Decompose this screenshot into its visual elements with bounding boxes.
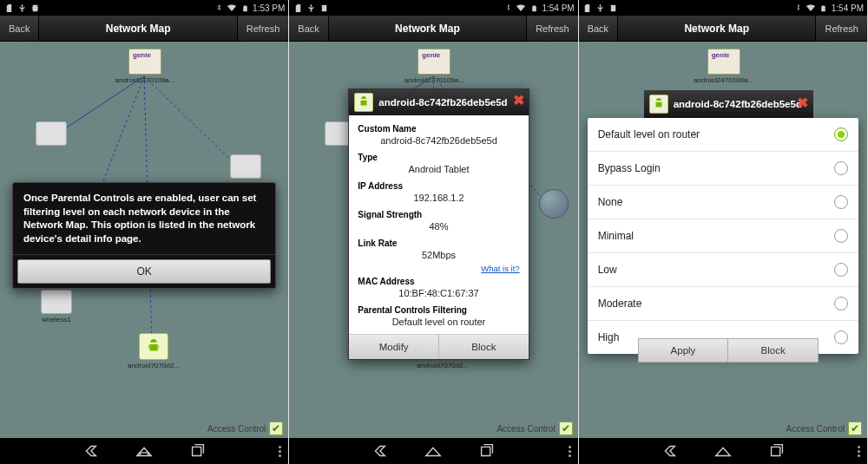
wifi-icon — [806, 2, 816, 14]
clock-text: 1:54 PM — [542, 3, 574, 13]
battery-icon — [240, 2, 250, 14]
header-title: Network Map — [329, 23, 526, 35]
access-control-label: Access Control — [786, 424, 845, 434]
label-linkrate: Link Rate — [358, 239, 519, 248]
app-header: Back Network Map Refresh — [289, 16, 577, 42]
nav-back-icon[interactable] — [80, 441, 101, 461]
device-tablet[interactable]: android7070d2... — [135, 333, 172, 369]
filter-option[interactable]: Minimal — [588, 219, 858, 253]
device-label: android7070d2... — [412, 362, 473, 369]
filter-option-label: Minimal — [598, 230, 634, 242]
system-navbar — [289, 438, 577, 464]
access-control-toggle[interactable]: Access Control ✔ — [496, 422, 572, 435]
ok-button[interactable]: OK — [17, 259, 271, 284]
dialog-title: android-8c742fb26deb5e5d — [674, 99, 802, 109]
refresh-button[interactable]: Refresh — [237, 16, 289, 41]
block-button[interactable]: Block — [727, 338, 819, 363]
back-button[interactable]: Back — [289, 16, 328, 41]
dialog-header: android-8c742fb26deb5e5d ✖ — [644, 90, 813, 118]
device-router[interactable]: android2470109a... — [706, 49, 742, 85]
computer-icon — [230, 154, 261, 179]
label-mac: MAC Address — [358, 277, 519, 286]
status-bar: 1:54 PM — [579, 0, 867, 16]
radio-icon — [834, 330, 848, 344]
radio-icon — [834, 161, 848, 175]
nav-home-icon[interactable] — [423, 441, 444, 461]
refresh-button[interactable]: Refresh — [815, 16, 867, 41]
nav-back-icon[interactable] — [369, 441, 390, 461]
status-bar: 1:53 PM — [0, 0, 288, 16]
label-custom-name: Custom Name — [358, 124, 519, 134]
filter-level-picker: Default level on routerBypass LoginNoneM… — [588, 118, 858, 354]
value-pcf: Default level on router — [358, 315, 519, 330]
checkmark-icon: ✔ — [559, 422, 573, 435]
refresh-button[interactable]: Refresh — [526, 16, 578, 41]
apply-button[interactable]: Apply — [638, 338, 728, 363]
device-router[interactable]: android2470109a... — [416, 49, 452, 85]
filter-option[interactable]: Low — [588, 253, 858, 287]
nav-back-icon[interactable] — [659, 441, 680, 461]
access-control-label: Access Control — [207, 424, 266, 434]
access-control-toggle[interactable]: Access Control ✔ — [207, 422, 283, 435]
genie-icon — [707, 49, 740, 75]
radio-icon — [834, 229, 848, 243]
nav-menu-icon[interactable] — [279, 446, 281, 457]
nav-menu-icon[interactable] — [569, 446, 571, 457]
block-button[interactable]: Block — [439, 335, 529, 359]
back-button[interactable]: Back — [579, 16, 618, 41]
nav-recents-icon[interactable] — [187, 441, 208, 461]
nav-home-icon[interactable] — [713, 441, 733, 461]
genie-icon — [418, 49, 450, 75]
close-icon[interactable]: ✖ — [797, 95, 808, 111]
system-navbar — [0, 438, 288, 464]
battery-icon — [819, 2, 829, 14]
screenshot-panel-2: 1:54 PM Back Network Map Refresh android… — [289, 0, 578, 464]
filter-option-label: Bypass Login — [598, 162, 661, 174]
label-type: Type — [358, 153, 519, 162]
value-mac: 10:BF:48:C1:67:37 — [358, 286, 519, 302]
radio-icon — [834, 195, 848, 209]
debug-icon — [319, 2, 329, 14]
filter-option-label: Moderate — [598, 297, 642, 310]
bluetooth-icon — [792, 2, 803, 14]
nav-home-icon[interactable] — [134, 441, 155, 461]
wifi-icon — [227, 2, 237, 14]
nav-recents-icon[interactable] — [477, 441, 497, 461]
filter-option[interactable]: Moderate — [588, 287, 858, 321]
filter-option[interactable]: Default level on router — [588, 118, 858, 152]
dialog-header: android-8c742fb26deb5e5d ✖ — [349, 89, 528, 115]
label-signal: Signal Strength — [358, 210, 519, 219]
filter-option[interactable]: Bypass Login — [588, 152, 858, 186]
app-header: Back Network Map Refresh — [579, 16, 867, 42]
device-detail-dialog: android-8c742fb26deb5e5d ✖ Custom Name a… — [348, 88, 529, 360]
device-label: android2470109a... — [694, 76, 754, 84]
wifi-icon — [516, 2, 526, 14]
value-ip: 192.168.1.2 — [358, 191, 519, 206]
device-node-3[interactable]: wheless1 — [38, 290, 75, 326]
radio-icon — [834, 297, 848, 310]
access-control-toggle[interactable]: Access Control ✔ — [786, 422, 862, 435]
label-ip: IP Address — [358, 181, 519, 191]
modify-button[interactable]: Modify — [349, 335, 439, 359]
debug-icon — [30, 2, 40, 14]
nav-recents-icon[interactable] — [766, 441, 787, 461]
alert-message: Once Parental Controls are enabled, user… — [13, 183, 275, 254]
device-node-1[interactable] — [33, 121, 69, 158]
nav-menu-icon[interactable] — [858, 446, 860, 457]
value-type: Android Tablet — [358, 162, 519, 178]
bluetooth-icon — [214, 2, 224, 14]
what-is-it-link[interactable]: What is it? — [481, 264, 519, 273]
app-header: Back Network Map Refresh — [0, 16, 288, 42]
genie-icon — [128, 49, 161, 75]
system-navbar — [579, 438, 867, 464]
radio-icon — [834, 263, 848, 277]
filter-option-label: Default level on router — [598, 128, 700, 141]
debug-icon — [608, 2, 619, 14]
bluetooth-icon — [503, 2, 513, 14]
back-button[interactable]: Back — [0, 16, 39, 41]
sdcard-icon — [582, 2, 593, 14]
device-label: android2470109a... — [404, 76, 464, 84]
close-icon[interactable]: ✖ — [513, 92, 524, 108]
device-router[interactable]: android2470109a... — [127, 49, 163, 85]
filter-option[interactable]: None — [588, 186, 858, 219]
